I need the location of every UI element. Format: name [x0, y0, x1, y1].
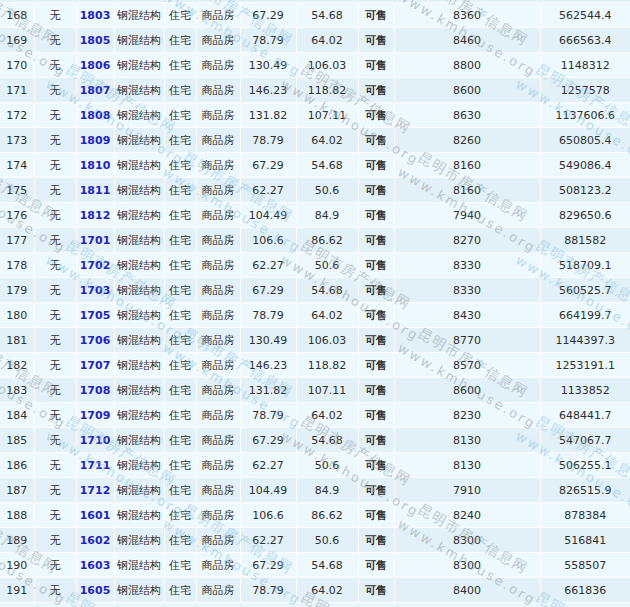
orientation-cell: 无 — [34, 78, 76, 103]
usage-cell: 住宅 — [164, 453, 196, 478]
table-row: 183 无 1708 钢混结构 住宅 商品房 131.82 107.11 可售 … — [0, 378, 630, 403]
row-number-cell: 178 — [0, 253, 34, 278]
unit-number-link[interactable]: 1601 — [80, 509, 111, 522]
usage-cell: 住宅 — [164, 78, 196, 103]
total-price-cell: 1148312 — [540, 53, 630, 78]
inner-area-cell: 50.6 — [296, 178, 358, 203]
row-number-cell: 189 — [0, 528, 34, 553]
house-type-cell: 商品房 — [196, 253, 240, 278]
build-area-cell: 131.82 — [240, 378, 296, 403]
inner-area-cell: 54.68 — [296, 3, 358, 28]
unit-number-link[interactable]: 1703 — [80, 284, 111, 297]
unit-number-cell: 1705 — [76, 303, 114, 328]
unit-number-link[interactable]: 1808 — [80, 109, 111, 122]
unit-number-link[interactable]: 1812 — [80, 209, 111, 222]
unit-number-link[interactable]: 1712 — [80, 484, 111, 497]
table-row: 185 无 1710 钢混结构 住宅 商品房 67.29 54.68 可售 81… — [0, 428, 630, 453]
unit-number-link[interactable]: 1707 — [80, 359, 111, 372]
status-badge: 可售 — [358, 578, 394, 603]
unit-number-link[interactable]: 1809 — [80, 134, 111, 147]
house-type-cell: 商品房 — [196, 328, 240, 353]
unit-price-cell: 8130 — [394, 453, 540, 478]
status-badge: 可售 — [358, 528, 394, 553]
unit-number-cell: 1803 — [76, 3, 114, 28]
build-area-cell: 130.49 — [240, 328, 296, 353]
unit-number-link[interactable]: 1605 — [80, 584, 111, 597]
unit-number-link[interactable]: 1706 — [80, 334, 111, 347]
house-type-cell: 商品房 — [196, 153, 240, 178]
row-number-cell: 180 — [0, 303, 34, 328]
status-badge: 可售 — [358, 253, 394, 278]
table-row: 178 无 1702 钢混结构 住宅 商品房 62.27 50.6 可售 833… — [0, 253, 630, 278]
orientation-cell: 无 — [34, 553, 76, 578]
unit-price-cell: 8800 — [394, 53, 540, 78]
status-badge: 可售 — [358, 103, 394, 128]
house-type-cell: 商品房 — [196, 378, 240, 403]
build-area-cell: 146.23 — [240, 78, 296, 103]
row-number-cell: 169 — [0, 28, 34, 53]
usage-cell: 住宅 — [164, 478, 196, 503]
unit-number-link[interactable]: 1602 — [80, 534, 111, 547]
unit-price-cell: 8240 — [394, 503, 540, 528]
unit-number-cell: 1808 — [76, 103, 114, 128]
structure-cell: 钢混结构 — [114, 428, 164, 453]
usage-cell: 住宅 — [164, 528, 196, 553]
structure-cell: 钢混结构 — [114, 28, 164, 53]
unit-number-link[interactable]: 1709 — [80, 409, 111, 422]
unit-number-link[interactable]: 1810 — [80, 159, 111, 172]
unit-number-cell: 1706 — [76, 328, 114, 353]
table-row: 168 无 1803 钢混结构 住宅 商品房 67.29 54.68 可售 83… — [0, 3, 630, 28]
unit-number-cell: 1806 — [76, 53, 114, 78]
row-number-cell: 168 — [0, 3, 34, 28]
inner-area-cell: 64.02 — [296, 403, 358, 428]
unit-number-link[interactable]: 1710 — [80, 434, 111, 447]
inner-area-cell: 54.68 — [296, 553, 358, 578]
unit-number-link[interactable]: 1603 — [80, 559, 111, 572]
unit-number-link[interactable]: 1702 — [80, 259, 111, 272]
inner-area-cell: 86.62 — [296, 228, 358, 253]
unit-number-link[interactable]: 1708 — [80, 384, 111, 397]
total-price-cell: 558507 — [540, 553, 630, 578]
inner-area-cell: 64.02 — [296, 128, 358, 153]
unit-number-cell: 1709 — [76, 403, 114, 428]
total-price-cell: 518709.1 — [540, 253, 630, 278]
orientation-cell: 无 — [34, 103, 76, 128]
total-price-cell: 508123.2 — [540, 178, 630, 203]
unit-price-cell: 7940 — [394, 203, 540, 228]
structure-cell: 钢混结构 — [114, 3, 164, 28]
unit-number-link[interactable]: 1701 — [80, 234, 111, 247]
status-badge: 可售 — [358, 128, 394, 153]
structure-cell: 钢混结构 — [114, 303, 164, 328]
house-type-cell: 商品房 — [196, 578, 240, 603]
unit-number-cell: 1602 — [76, 528, 114, 553]
unit-number-link[interactable]: 1807 — [80, 84, 111, 97]
house-type-cell: 商品房 — [196, 553, 240, 578]
unit-number-link[interactable]: 1711 — [80, 459, 111, 472]
unit-number-link[interactable]: 1705 — [80, 309, 111, 322]
unit-number-link[interactable]: 1803 — [80, 9, 111, 22]
house-type-cell: 商品房 — [196, 278, 240, 303]
total-price-cell: 549086.4 — [540, 153, 630, 178]
orientation-cell: 无 — [34, 353, 76, 378]
unit-number-cell: 1702 — [76, 253, 114, 278]
unit-number-link[interactable]: 1806 — [80, 59, 111, 72]
structure-cell: 钢混结构 — [114, 53, 164, 78]
table-row: 187 无 1712 钢混结构 住宅 商品房 104.49 84.9 可售 79… — [0, 478, 630, 503]
unit-number-link[interactable]: 1805 — [80, 34, 111, 47]
inner-area-cell: 50.6 — [296, 253, 358, 278]
house-type-cell: 商品房 — [196, 228, 240, 253]
status-badge: 可售 — [358, 178, 394, 203]
house-type-cell: 商品房 — [196, 3, 240, 28]
structure-cell: 钢混结构 — [114, 78, 164, 103]
house-type-cell: 商品房 — [196, 528, 240, 553]
unit-number-cell: 1603 — [76, 553, 114, 578]
structure-cell: 钢混结构 — [114, 528, 164, 553]
total-price-cell: 881582 — [540, 228, 630, 253]
unit-number-cell: 1809 — [76, 128, 114, 153]
row-number-cell: 179 — [0, 278, 34, 303]
table-row: 175 无 1811 钢混结构 住宅 商品房 62.27 50.6 可售 816… — [0, 178, 630, 203]
table-row: 172 无 1808 钢混结构 住宅 商品房 131.82 107.11 可售 … — [0, 103, 630, 128]
house-type-cell: 商品房 — [196, 303, 240, 328]
unit-number-link[interactable]: 1811 — [80, 184, 111, 197]
row-number-cell: 174 — [0, 153, 34, 178]
